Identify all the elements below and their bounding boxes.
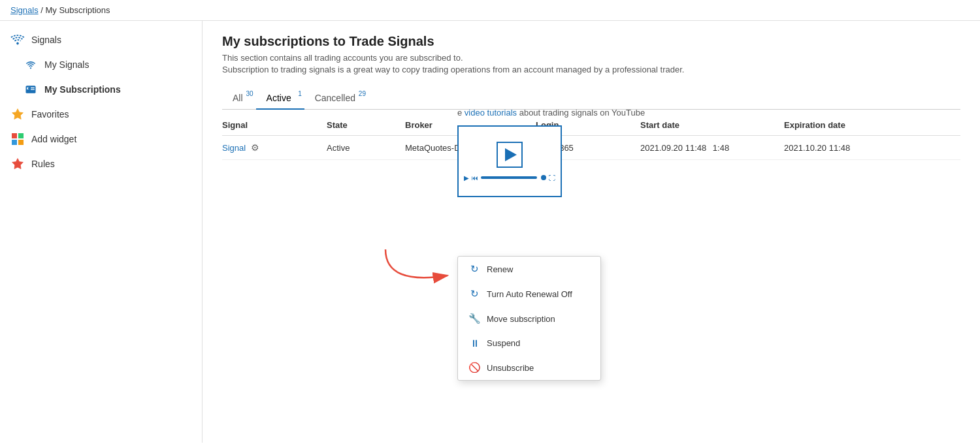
dropdown-suspend-label: Suspend bbox=[487, 338, 520, 348]
video-text-after: about trading signals on YouTube bbox=[517, 108, 645, 118]
dropdown-item-suspend[interactable]: ⏸ Suspend bbox=[458, 331, 600, 355]
tab-all-badge: 30 bbox=[246, 90, 253, 97]
sidebar-item-my-signals-label: My Signals bbox=[44, 59, 89, 70]
arrow-decoration bbox=[372, 246, 464, 298]
tab-active[interactable]: Active1 bbox=[256, 87, 304, 110]
page-title: My subscriptions to Trade Signals bbox=[222, 34, 960, 49]
tabs: All30 Active1 Cancelled29 bbox=[222, 87, 960, 110]
sidebar-item-add-widget-label: Add widget bbox=[31, 134, 76, 144]
gear-button[interactable]: ⚙ bbox=[251, 142, 259, 153]
video-text: e video tutorials about trading signals … bbox=[457, 108, 960, 118]
sidebar-item-my-signals[interactable]: My Signals bbox=[0, 52, 202, 77]
dropdown-renew-label: Renew bbox=[487, 264, 513, 274]
breadcrumb-signals-link[interactable]: Signals bbox=[10, 5, 39, 15]
tab-active-label: Active bbox=[267, 93, 291, 103]
breadcrumb-separator: / bbox=[41, 5, 45, 15]
signal-link[interactable]: Signal bbox=[222, 143, 246, 153]
svg-rect-11 bbox=[12, 140, 17, 145]
row-signal: Signal ⚙ bbox=[222, 142, 327, 153]
sidebar-item-signals[interactable]: Signals bbox=[0, 27, 202, 52]
tab-all-label: All bbox=[233, 93, 243, 103]
tab-cancelled-label: Cancelled bbox=[315, 93, 355, 103]
pause-icon: ⏸ bbox=[468, 338, 480, 349]
play-button[interactable] bbox=[497, 142, 523, 168]
sidebar-item-add-widget[interactable]: Add widget bbox=[0, 127, 202, 151]
col-signal: Signal bbox=[222, 120, 327, 130]
seek-icon: ⏮ bbox=[472, 174, 478, 182]
dropdown-auto-renewal-label: Turn Auto Renewal Off bbox=[487, 289, 572, 299]
col-start-date: Start date bbox=[640, 120, 784, 130]
svg-point-2 bbox=[30, 67, 31, 69]
widget-icon bbox=[10, 132, 25, 146]
breadcrumb-current: My Subscriptions bbox=[46, 5, 110, 15]
col-state: State bbox=[327, 120, 405, 130]
progress-bar bbox=[481, 176, 537, 179]
sidebar-item-my-subscriptions-label: My Subscriptions bbox=[44, 84, 121, 95]
sidebar-item-my-subscriptions[interactable]: My Subscriptions bbox=[0, 77, 202, 102]
main-content: My subscriptions to Trade Signals This s… bbox=[203, 21, 980, 443]
ban-icon: 🚫 bbox=[468, 362, 480, 373]
sidebar-item-favorites-label: Favorites bbox=[31, 109, 69, 119]
sidebar-item-favorites[interactable]: Favorites bbox=[0, 102, 202, 127]
my-signals-icon bbox=[24, 57, 38, 72]
svg-rect-10 bbox=[18, 133, 24, 138]
svg-point-5 bbox=[28, 87, 30, 89]
video-tutorials-link[interactable]: video tutorials bbox=[465, 108, 517, 118]
col-expiration-date: Expiration date bbox=[784, 120, 928, 130]
renew-icon: ↻ bbox=[468, 263, 480, 275]
dropdown-item-turn-auto-renewal-off[interactable]: ↻ Turn Auto Renewal Off bbox=[458, 281, 600, 306]
video-thumbnail[interactable]: ▶ ⏮ ⛶ bbox=[457, 125, 562, 197]
rules-icon bbox=[10, 157, 25, 171]
wrench-icon: 🔧 bbox=[468, 313, 480, 325]
sidebar-item-signals-label: Signals bbox=[31, 35, 61, 45]
tab-active-badge: 1 bbox=[298, 90, 302, 97]
sidebar: Signals My Signals bbox=[0, 21, 203, 443]
row-state: Active bbox=[327, 143, 405, 153]
row-expiration-date: 2021.10.20 11:48 bbox=[784, 143, 928, 153]
main-layout: Signals My Signals bbox=[0, 21, 980, 443]
subscriptions-icon bbox=[24, 82, 38, 97]
breadcrumb: Signals / My Subscriptions bbox=[0, 0, 980, 21]
dropdown-item-renew[interactable]: ↻ Renew bbox=[458, 257, 600, 281]
svg-marker-8 bbox=[12, 109, 24, 119]
dropdown-item-unsubscribe[interactable]: 🚫 Unsubscribe bbox=[458, 355, 600, 380]
page-desc-1: This section contains all trading accoun… bbox=[222, 53, 960, 63]
dropdown-item-move-subscription[interactable]: 🔧 Move subscription bbox=[458, 306, 600, 331]
tab-all[interactable]: All30 bbox=[222, 87, 256, 110]
fullscreen-icon: ⛶ bbox=[549, 174, 555, 182]
dropdown-move-label: Move subscription bbox=[487, 314, 555, 324]
svg-marker-13 bbox=[12, 159, 24, 169]
progress-dot bbox=[541, 175, 546, 180]
sidebar-item-rules-label: Rules bbox=[31, 159, 55, 169]
page-desc-2: Subscription to trading signals is a gre… bbox=[222, 65, 960, 74]
sidebar-item-rules[interactable]: Rules bbox=[0, 151, 202, 176]
star-icon bbox=[10, 107, 25, 121]
auto-renewal-icon: ↻ bbox=[468, 288, 480, 300]
signals-icon bbox=[10, 33, 25, 47]
play-triangle-icon bbox=[505, 148, 517, 161]
play-ctrl-icon: ▶ bbox=[464, 174, 469, 182]
video-controls: ▶ ⏮ ⛶ bbox=[464, 174, 555, 182]
svg-rect-9 bbox=[12, 133, 17, 138]
tab-cancelled[interactable]: Cancelled29 bbox=[304, 87, 368, 110]
row-start-date: 2021.09.20 11:48 1:48 bbox=[640, 143, 784, 153]
dropdown-unsubscribe-label: Unsubscribe bbox=[487, 363, 534, 373]
dropdown-menu: ↻ Renew ↻ Turn Auto Renewal Off 🔧 Move s… bbox=[457, 256, 601, 381]
svg-rect-12 bbox=[18, 140, 24, 145]
tab-cancelled-badge: 29 bbox=[359, 90, 366, 97]
video-text-before: e bbox=[457, 108, 465, 118]
